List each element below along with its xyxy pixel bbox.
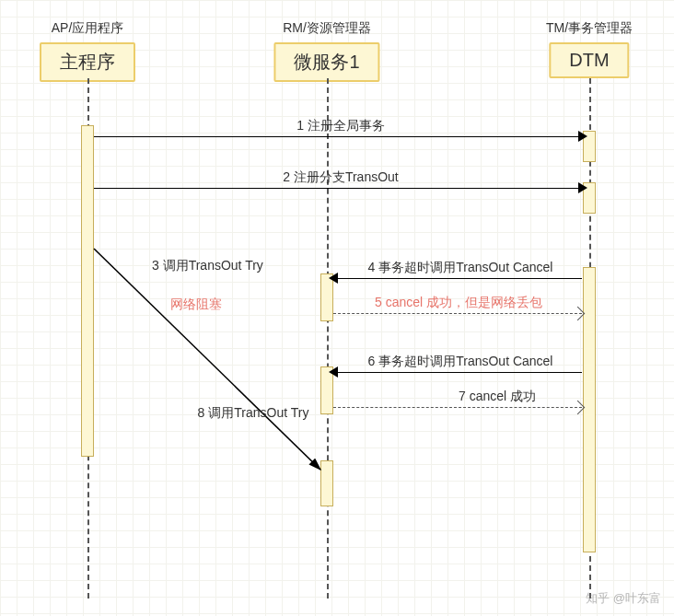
msg1-arrow [578,131,587,142]
msg5-label: 5 cancel 成功，但是网络丢包 [375,295,542,311]
msg2-line [94,188,582,189]
activation-ap [81,125,94,457]
role-label-tm: TM/事务管理器 [546,20,633,37]
msg4-label: 4 事务超时调用TransOut Cancel [368,260,553,276]
msg4-arrow [329,273,338,284]
msg2-label: 2 注册分支TransOut [283,169,399,186]
msg6-line [333,372,582,373]
sequence-diagram: AP/应用程序 RM/资源管理器 TM/事务管理器 主程序 微服务1 DTM 1… [0,0,674,616]
msg6-arrow [329,366,338,378]
msg3-label: 3 调用TransOut Try [152,258,263,274]
msg1-line [94,136,582,137]
msg8-label: 8 调用TransOut Try [198,405,309,422]
role-label-ap: AP/应用程序 [52,20,124,37]
msg6-label: 6 事务超时调用TransOut Cancel [368,354,553,370]
msg7-label: 7 cancel 成功 [459,389,536,405]
msg7-line [333,407,582,408]
watermark: 知乎 @叶东富 [586,590,661,607]
msg4-line [333,278,582,279]
actor-ap: 主程序 [40,42,135,82]
lifeline-rm [327,78,329,599]
msg2-arrow [578,182,587,193]
msg3-line [0,0,674,616]
msg1-label: 1 注册全局事务 [296,118,385,134]
actor-tm: DTM [549,42,629,78]
role-label-rm: RM/资源管理器 [283,20,371,37]
activation-rm-3 [320,460,333,506]
net-block-label: 网络阻塞 [170,296,222,313]
activation-tm-main [583,267,596,552]
msg5-line [333,313,582,314]
actor-rm: 微服务1 [273,42,379,82]
svg-line-0 [94,249,320,470]
